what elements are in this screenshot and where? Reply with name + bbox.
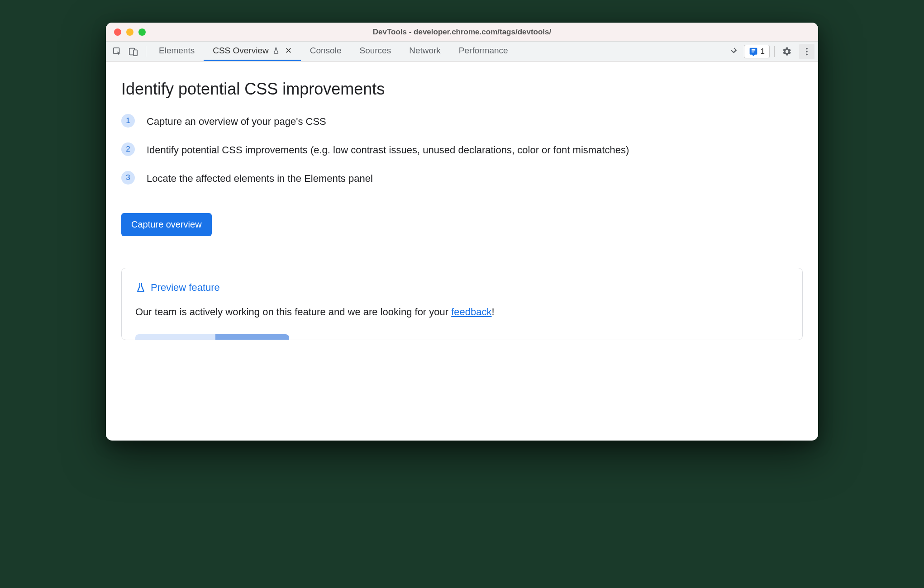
more-tabs-icon[interactable]	[729, 46, 739, 57]
devtools-tabbar: Elements CSS Overview ✕ Console Sources …	[106, 42, 818, 62]
capture-overview-button[interactable]: Capture overview	[121, 213, 212, 236]
svg-point-3	[806, 47, 808, 49]
close-window-button[interactable]	[114, 28, 121, 36]
preview-body: Our team is actively working on this fea…	[135, 306, 789, 318]
tab-css-overview[interactable]: CSS Overview ✕	[204, 42, 301, 61]
preview-title: Preview feature	[151, 282, 220, 294]
device-toggle-icon[interactable]	[129, 47, 138, 57]
tab-label: CSS Overview	[213, 46, 269, 56]
titlebar: DevTools - developer.chrome.com/tags/dev…	[106, 23, 818, 42]
tabbar-separator	[146, 46, 146, 57]
tab-label: Console	[310, 46, 342, 56]
flask-icon	[135, 282, 146, 293]
step-text: Locate the affected elements in the Elem…	[147, 171, 373, 186]
preview-feature-card: Preview feature Our team is actively wor…	[121, 268, 803, 340]
feedback-link[interactable]: feedback	[451, 306, 491, 318]
step-text: Capture an overview of your page's CSS	[147, 114, 326, 129]
settings-button[interactable]	[779, 44, 795, 59]
step-item: 1 Capture an overview of your page's CSS	[121, 114, 803, 129]
tab-performance[interactable]: Performance	[450, 42, 517, 61]
step-number-badge: 2	[121, 142, 135, 156]
tab-network[interactable]: Network	[400, 42, 450, 61]
issues-icon	[749, 47, 758, 56]
preview-body-prefix: Our team is actively working on this fea…	[135, 306, 451, 318]
gear-icon	[782, 47, 792, 57]
steps-list: 1 Capture an overview of your page's CSS…	[121, 114, 803, 186]
css-overview-panel: Identify potential CSS improvements 1 Ca…	[106, 62, 818, 441]
more-options-button[interactable]	[799, 44, 814, 59]
devtools-window: DevTools - developer.chrome.com/tags/dev…	[106, 23, 818, 441]
window-title: DevTools - developer.chrome.com/tags/dev…	[106, 28, 818, 37]
svg-rect-2	[133, 50, 137, 56]
step-number-badge: 3	[121, 171, 135, 185]
step-item: 3 Locate the affected elements in the El…	[121, 171, 803, 186]
tab-label: Network	[409, 46, 441, 56]
inspect-element-icon[interactable]	[112, 47, 122, 57]
traffic-lights	[106, 28, 146, 36]
tabbar-right: 1	[729, 42, 818, 61]
issues-badge[interactable]: 1	[744, 45, 770, 58]
step-text: Identify potential CSS improvements (e.g…	[147, 142, 629, 157]
tabbar-divider	[774, 46, 775, 57]
close-tab-icon[interactable]: ✕	[285, 47, 292, 55]
svg-point-4	[806, 51, 808, 52]
tabs-container: Elements CSS Overview ✕ Console Sources …	[150, 42, 517, 61]
minimize-window-button[interactable]	[126, 28, 133, 36]
preview-header: Preview feature	[135, 282, 789, 294]
tab-sources[interactable]: Sources	[350, 42, 400, 61]
page-heading: Identify potential CSS improvements	[121, 80, 803, 99]
tab-label: Elements	[159, 46, 195, 56]
preview-bottom-strip	[135, 334, 289, 340]
step-item: 2 Identify potential CSS improvements (e…	[121, 142, 803, 157]
step-number-badge: 1	[121, 114, 135, 128]
tab-elements[interactable]: Elements	[150, 42, 204, 61]
kebab-icon	[802, 47, 812, 57]
flask-icon	[272, 47, 280, 54]
tab-label: Performance	[459, 46, 508, 56]
tab-label: Sources	[359, 46, 391, 56]
tabbar-left-icons	[110, 42, 144, 61]
svg-point-5	[806, 53, 808, 55]
preview-body-suffix: !	[492, 306, 495, 318]
issues-count: 1	[761, 47, 765, 56]
maximize-window-button[interactable]	[138, 28, 146, 36]
tab-console[interactable]: Console	[301, 42, 351, 61]
